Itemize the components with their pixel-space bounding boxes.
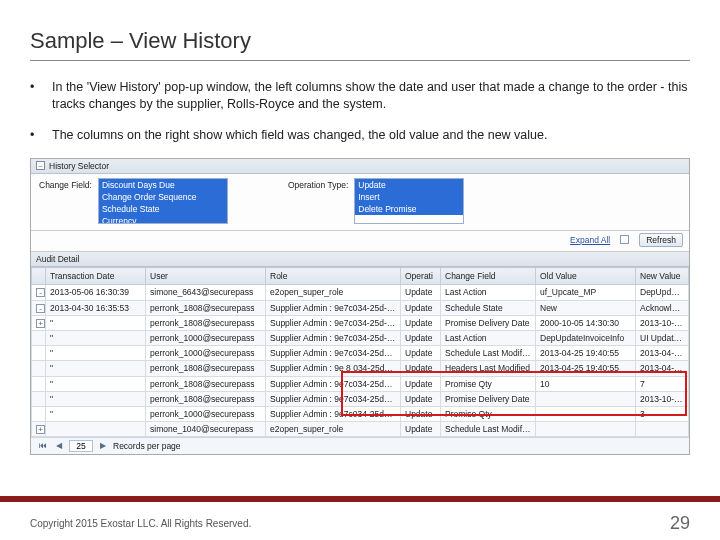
table-cell: 2013-04-30 10:35:53 — [636, 346, 689, 361]
minus-icon[interactable]: - — [36, 304, 45, 313]
table-cell: New — [536, 300, 636, 315]
table-cell: Update — [401, 422, 441, 437]
table-cell: Schedule Last Modified — [441, 422, 536, 437]
audit-detail-header[interactable]: Audit Detail — [31, 252, 689, 267]
table-header[interactable]: Operati — [401, 268, 441, 285]
table-row[interactable]: "perronk_1000@securepassSupplier Admin :… — [32, 406, 689, 421]
table-cell: Update — [401, 406, 441, 421]
listbox-option[interactable]: Schedule State — [99, 203, 227, 215]
table-header[interactable]: Transaction Date — [46, 268, 146, 285]
table-row[interactable]: "perronk_1000@securepassSupplier Admin :… — [32, 346, 689, 361]
expand-cell[interactable]: - — [32, 285, 46, 300]
table-header[interactable]: Old Value — [536, 268, 636, 285]
table-cell: 2013-04-30 18:55:53 — [636, 361, 689, 376]
plus-icon[interactable]: + — [36, 425, 45, 434]
bullet-dot: • — [30, 127, 52, 144]
table-cell — [536, 422, 636, 437]
expand-cell[interactable]: - — [32, 300, 46, 315]
bullet-list: • In the 'View History' pop-up window, t… — [30, 79, 690, 144]
table-cell: Update — [401, 300, 441, 315]
page-number: 29 — [670, 513, 690, 534]
table-cell: perronk_1808@securepass — [146, 391, 266, 406]
table-row[interactable]: "perronk_1808@securepassSupplier Admin :… — [32, 376, 689, 391]
table-cell: Supplier Admin : 9e7c034-25d1-40c4 — [266, 376, 401, 391]
history-selector-header[interactable]: – History Selector — [31, 159, 689, 174]
table-cell: Supplier Admin : 9e7c034-25d-40c4 — [266, 300, 401, 315]
table-row[interactable]: +simone_1040@securepasse2open_super_role… — [32, 422, 689, 437]
expand-cell[interactable] — [32, 330, 46, 345]
table-header[interactable]: New Value — [636, 268, 689, 285]
operation-type-listbox[interactable]: Update Insert Delete Promise — [354, 178, 464, 224]
table-cell: Supplier Admin : 9e7c034-25d1-40c4 — [266, 406, 401, 421]
table-cell: Update — [401, 285, 441, 300]
plus-icon[interactable]: + — [36, 319, 45, 328]
table-cell: uf_Upcate_MP — [536, 285, 636, 300]
table-row[interactable]: +"perronk_1808@securepassSupplier Admin … — [32, 315, 689, 330]
collapse-icon[interactable]: – — [36, 161, 45, 170]
table-cell: Last Action — [441, 285, 536, 300]
table-cell: UI Update MP — [636, 330, 689, 345]
expand-cell[interactable] — [32, 406, 46, 421]
table-row[interactable]: "perronk_1000@securepassSupplier Admin :… — [32, 330, 689, 345]
table-cell: 7 — [636, 376, 689, 391]
table-row[interactable]: "perronk_1808@securepassSupplier Admin :… — [32, 361, 689, 376]
expand-cell[interactable] — [32, 346, 46, 361]
table-cell: Last Action — [441, 330, 536, 345]
records-per-page-input[interactable] — [69, 440, 93, 452]
expand-cell[interactable] — [32, 376, 46, 391]
table-header[interactable]: Change Field — [441, 268, 536, 285]
expand-cell[interactable]: + — [32, 422, 46, 437]
operation-type-label: Operation Type: — [288, 178, 348, 190]
listbox-option[interactable]: Discount Days Due — [99, 179, 227, 191]
table-row[interactable]: "perronk_1808@securepassSupplier Admin :… — [32, 391, 689, 406]
expand-cell[interactable] — [32, 391, 46, 406]
table-cell — [636, 422, 689, 437]
pager-prev-icon[interactable]: ◀ — [53, 440, 65, 452]
pager-first-icon[interactable]: ⏮ — [37, 440, 49, 452]
listbox-option[interactable]: Insert — [355, 191, 463, 203]
expand-all-link[interactable]: Expand All — [570, 235, 610, 245]
screenshot-container: – History Selector Change Field: Discoun… — [30, 158, 690, 456]
audit-detail-title: Audit Detail — [36, 254, 79, 264]
table-cell: 2013-04-30 16:35:53 — [46, 300, 146, 315]
table-cell: e2open_super_role — [266, 422, 401, 437]
listbox-option[interactable]: Delete Promise — [355, 203, 463, 215]
audit-grid-wrap: Transaction Date User Role Operati Chang… — [31, 267, 689, 437]
table-cell: 10 — [536, 376, 636, 391]
table-cell: Supplier Admin : 9e7c034-25d1-40c4 — [266, 391, 401, 406]
change-field-label: Change Field: — [39, 178, 92, 190]
table-cell: Update — [401, 361, 441, 376]
refresh-button[interactable]: Refresh — [639, 233, 683, 247]
table-cell: Schedule State — [441, 300, 536, 315]
expand-all-checkbox[interactable] — [620, 235, 629, 244]
table-cell: " — [46, 315, 146, 330]
table-header[interactable]: Role — [266, 268, 401, 285]
table-cell: 2013-10-05 14:30:30 — [636, 315, 689, 330]
table-row[interactable]: -2013-04-30 16:35:53perronk_1808@securep… — [32, 300, 689, 315]
page-title: Sample – View History — [30, 28, 690, 61]
table-cell: Supplier Admin : 9e7c034-25d1-40c4 — [266, 346, 401, 361]
table-row[interactable]: -2013-05-06 16:30:39simone_6643@securepa… — [32, 285, 689, 300]
listbox-option[interactable]: Change Order Sequence — [99, 191, 227, 203]
table-cell: Schedule Last Modified — [441, 346, 536, 361]
listbox-option[interactable]: Update — [355, 179, 463, 191]
table-cell: simone_1040@securepass — [146, 422, 266, 437]
table-cell: perronk_1808@securepass — [146, 315, 266, 330]
minus-icon[interactable]: - — [36, 288, 45, 297]
expand-cell[interactable] — [32, 361, 46, 376]
table-cell: " — [46, 391, 146, 406]
bullet-text: In the 'View History' pop-up window, the… — [52, 79, 690, 113]
expand-cell[interactable]: + — [32, 315, 46, 330]
table-cell: Update — [401, 315, 441, 330]
table-header[interactable]: User — [146, 268, 266, 285]
table-cell: Promise Delivery Date — [441, 391, 536, 406]
change-field-listbox[interactable]: Discount Days Due Change Order Sequence … — [98, 178, 228, 224]
listbox-option[interactable]: Currency — [99, 215, 227, 223]
table-cell: Update — [401, 391, 441, 406]
table-header[interactable] — [32, 268, 46, 285]
pager-next-icon[interactable]: ▶ — [97, 440, 109, 452]
table-cell: " — [46, 346, 146, 361]
table-cell: 2013-05-06 16:30:39 — [46, 285, 146, 300]
bullet-text: The columns on the right show which fiel… — [52, 127, 690, 144]
table-cell: Update — [401, 376, 441, 391]
